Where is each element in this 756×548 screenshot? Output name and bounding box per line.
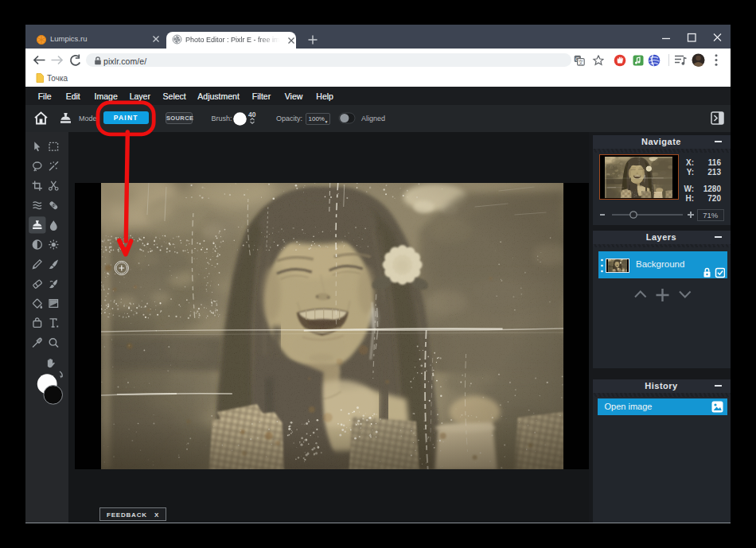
svg-text:文: 文 <box>578 59 583 65</box>
